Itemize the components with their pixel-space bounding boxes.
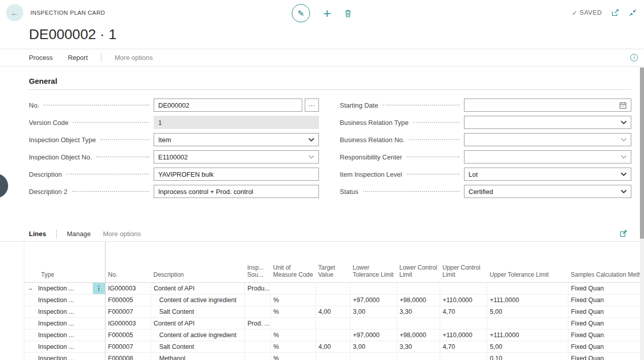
cell-samples[interactable]: Fixed Quan: [568, 317, 644, 329]
row-menu-button[interactable]: [93, 294, 105, 306]
cell-target[interactable]: [316, 282, 350, 294]
cell-desc[interactable]: Content of active ingredient: [151, 329, 245, 341]
lines-manage[interactable]: Manage: [67, 230, 91, 238]
row-menu-button[interactable]: [93, 341, 105, 352]
cell-utl[interactable]: [487, 317, 568, 329]
cell-source[interactable]: [245, 294, 271, 306]
cell-desc[interactable]: Content of API: [151, 317, 245, 329]
menu-more-options[interactable]: More options: [115, 54, 153, 61]
column-header-type[interactable]: Type: [24, 242, 93, 282]
item-inspection-level-select[interactable]: Lot: [464, 168, 631, 181]
cell-samples[interactable]: Fixed Quan: [568, 341, 644, 352]
general-section-title[interactable]: General: [29, 77, 57, 85]
menu-report[interactable]: Report: [68, 54, 88, 61]
lines-tab[interactable]: Lines: [29, 230, 46, 238]
assist-edit-button[interactable]: ...: [305, 99, 319, 112]
vertical-scrollbar-thumb[interactable]: [640, 68, 644, 239]
business-relation-type-select[interactable]: [464, 116, 631, 129]
cell-ucl[interactable]: [440, 317, 487, 329]
cell-no[interactable]: IG000003: [105, 317, 151, 329]
cell-ltl[interactable]: +97,0000: [350, 329, 397, 341]
back-button[interactable]: ←: [6, 4, 23, 21]
cell-source[interactable]: Produ...: [245, 282, 271, 294]
cell-no[interactable]: F000008: [105, 352, 151, 360]
cell-type[interactable]: Inspection ...: [24, 352, 93, 360]
cell-type[interactable]: Inspection ...: [24, 294, 93, 306]
cell-desc[interactable]: Methanol: [151, 352, 245, 360]
cell-type[interactable]: Inspection ...: [24, 329, 93, 341]
cell-desc[interactable]: Salt Content: [151, 341, 245, 352]
cell-uom[interactable]: %: [271, 352, 316, 360]
column-header-desc[interactable]: Description: [151, 242, 245, 282]
cell-target[interactable]: [316, 294, 350, 306]
open-in-window-button[interactable]: [611, 9, 620, 17]
cell-type[interactable]: Inspection ...: [24, 306, 93, 317]
inspection-object-type-select[interactable]: Item: [154, 133, 319, 146]
cell-ucl[interactable]: 4,70: [440, 306, 487, 317]
column-header-utl[interactable]: Upper Tolerance Limit: [487, 242, 568, 282]
cell-utl[interactable]: +111,0000: [487, 294, 568, 306]
cell-no[interactable]: IG000003: [105, 282, 151, 294]
cell-lcl[interactable]: [397, 352, 440, 360]
description-2-input[interactable]: [154, 185, 319, 198]
column-header-source[interactable]: Insp... Sou...: [245, 242, 271, 282]
inspection-object-no-select[interactable]: E1100002: [154, 150, 319, 163]
cell-samples[interactable]: Fixed Quan: [568, 294, 644, 306]
row-menu-button[interactable]: [93, 306, 105, 317]
row-menu-button[interactable]: [93, 317, 105, 329]
cell-ltl[interactable]: [350, 352, 397, 360]
cell-no[interactable]: F000005: [105, 329, 151, 341]
row-menu-button[interactable]: ⋮: [93, 282, 105, 294]
cell-type[interactable]: Inspection ...: [24, 317, 93, 329]
cell-ucl[interactable]: [440, 282, 487, 294]
info-icon[interactable]: i: [630, 54, 638, 61]
status-select[interactable]: Certified: [464, 185, 631, 198]
focus-mode-button[interactable]: [619, 230, 628, 238]
collapse-button[interactable]: [629, 9, 637, 17]
cell-uom[interactable]: %: [271, 294, 316, 306]
cell-ltl[interactable]: [350, 317, 397, 329]
cell-source[interactable]: [245, 329, 271, 341]
column-header-dots[interactable]: [93, 242, 105, 282]
cell-samples[interactable]: Fixed Quan: [568, 306, 644, 317]
cell-ucl[interactable]: [440, 352, 487, 360]
cell-lcl[interactable]: 3,30: [397, 341, 440, 352]
responsibility-center-select[interactable]: [464, 150, 631, 163]
cell-lcl[interactable]: 3,30: [397, 306, 440, 317]
new-button[interactable]: +: [323, 7, 331, 20]
cell-uom[interactable]: %: [271, 329, 316, 341]
cell-source[interactable]: [245, 341, 271, 352]
business-relation-no-select[interactable]: [464, 133, 631, 146]
cell-source[interactable]: [245, 352, 271, 360]
cell-samples[interactable]: Fixed Quan: [568, 329, 644, 341]
column-header-target[interactable]: Target Value: [316, 242, 350, 282]
column-header-no[interactable]: No.: [105, 242, 151, 282]
cell-ltl[interactable]: 3,00: [350, 341, 397, 352]
cell-lcl[interactable]: +98,0000: [397, 294, 440, 306]
cell-source[interactable]: Prod. ...: [245, 317, 271, 329]
cell-type[interactable]: →Inspection ...: [24, 282, 93, 294]
cell-desc[interactable]: Content of API: [151, 282, 245, 294]
row-menu-button[interactable]: [93, 352, 105, 360]
menu-process[interactable]: Process: [29, 54, 53, 61]
cell-lcl[interactable]: [397, 282, 440, 294]
side-panel-handle[interactable]: [0, 174, 8, 198]
cell-desc[interactable]: Salt Content: [151, 306, 245, 317]
cell-samples[interactable]: Fixed Quan: [568, 352, 644, 360]
cell-ltl[interactable]: [350, 282, 397, 294]
cell-no[interactable]: F000005: [105, 294, 151, 306]
cell-ltl[interactable]: +97,0000: [350, 294, 397, 306]
starting-date-input[interactable]: [464, 99, 631, 112]
cell-utl[interactable]: 5,00: [487, 306, 568, 317]
cell-samples[interactable]: Fixed Quan: [568, 282, 644, 294]
cell-target[interactable]: 4,00: [316, 306, 350, 317]
cell-source[interactable]: [245, 306, 271, 317]
cell-type[interactable]: Inspection ...: [24, 341, 93, 352]
cell-uom[interactable]: %: [271, 306, 316, 317]
row-menu-button[interactable]: [93, 329, 105, 341]
edit-button[interactable]: ✎: [292, 4, 310, 22]
cell-ucl[interactable]: 4,70: [440, 341, 487, 352]
no-input[interactable]: [154, 99, 302, 112]
cell-uom[interactable]: [271, 282, 316, 294]
cell-utl[interactable]: [487, 282, 568, 294]
